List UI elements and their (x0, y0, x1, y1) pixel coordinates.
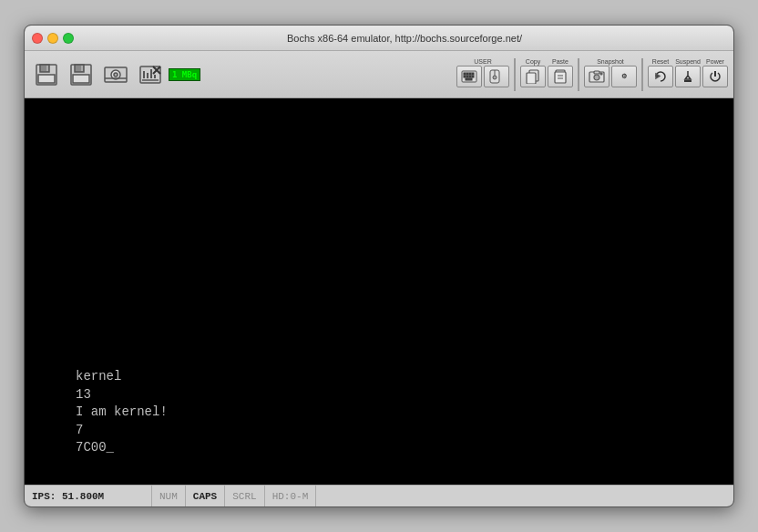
svg-point-40 (594, 75, 599, 80)
svg-rect-3 (38, 75, 55, 83)
toolbar-right: USER (456, 58, 728, 91)
svg-rect-25 (464, 76, 466, 77)
window-title: Bochs x86-64 emulator, http://bochs.sour… (83, 33, 726, 44)
divider3 (641, 58, 643, 91)
copy-button[interactable] (520, 66, 546, 87)
svg-rect-29 (466, 78, 472, 80)
cdrom-icon[interactable] (99, 58, 132, 91)
svg-rect-26 (466, 76, 468, 77)
statusbar: IPS: 51.800M NUM CAPS SCRL HD:0-M (25, 485, 733, 506)
emulator-screen[interactable]: kernel 13 I am kernel! 7 7C00_ (25, 98, 733, 485)
terminal-line-4: 7 (76, 422, 168, 440)
suspend-group: Suspend (675, 58, 701, 87)
maximize-button[interactable] (63, 33, 74, 44)
copy-group: Copy (520, 58, 546, 87)
paste-group: Paste (548, 58, 573, 87)
terminal-line-1: kernel (76, 368, 168, 386)
keyboard-button[interactable] (456, 66, 482, 87)
status-pad1 (316, 486, 733, 506)
terminal-output: kernel 13 I am kernel! 7 7C00_ (76, 368, 168, 457)
snapshot-label: Snapshot (597, 58, 624, 65)
svg-rect-28 (472, 76, 474, 77)
user-label: USER (474, 58, 491, 65)
svg-rect-22 (466, 73, 468, 75)
emulator-window: Bochs x86-64 emulator, http://bochs.sour… (24, 25, 734, 507)
traffic-lights (32, 33, 74, 44)
num-label: NUM (159, 491, 178, 502)
close-button[interactable] (32, 33, 43, 44)
memory-badge: 1 MBq (169, 68, 200, 81)
hd-label: HD:0-M (272, 491, 309, 502)
power-group: Power (702, 58, 728, 87)
reset-group: Reset (648, 58, 673, 87)
svg-rect-23 (469, 73, 471, 75)
minimize-button[interactable] (47, 33, 58, 44)
user-group: USER (456, 58, 509, 87)
divider2 (578, 58, 579, 91)
titlebar: Bochs x86-64 emulator, http://bochs.sour… (25, 26, 733, 51)
svg-point-10 (114, 73, 118, 77)
svg-rect-21 (464, 73, 466, 75)
toolbar: 1 MBq USER (25, 51, 733, 98)
power-label: Power (706, 58, 724, 65)
svg-rect-7 (73, 75, 89, 83)
config-button[interactable]: ⚙ (611, 66, 637, 87)
status-caps: CAPS (186, 486, 225, 506)
svg-rect-36 (555, 72, 566, 83)
svg-marker-43 (656, 74, 660, 78)
divider1 (514, 58, 516, 91)
floppy-b-icon[interactable] (65, 58, 97, 91)
status-scrl: SCRL (225, 486, 264, 506)
paste-label: Paste (552, 58, 568, 65)
terminal-line-3: I am kernel! (76, 404, 168, 422)
reset-button[interactable] (648, 66, 673, 87)
mouse-button[interactable] (484, 66, 509, 87)
status-num: NUM (152, 486, 186, 506)
svg-point-42 (600, 73, 602, 75)
svg-point-32 (493, 76, 497, 79)
caps-label: CAPS (193, 491, 217, 502)
network-icon[interactable] (134, 58, 167, 91)
copy-label: Copy (526, 58, 540, 65)
suspend-label: Suspend (675, 58, 701, 65)
svg-rect-34 (527, 73, 536, 84)
reset-label: Reset (652, 58, 669, 65)
svg-rect-2 (46, 66, 48, 71)
svg-rect-24 (472, 73, 474, 75)
scrl-label: SCRL (232, 491, 256, 502)
power-button[interactable] (702, 66, 728, 87)
suspend-button[interactable] (675, 66, 701, 87)
svg-rect-6 (81, 66, 83, 71)
status-hd: HD:0-M (265, 486, 317, 506)
svg-rect-27 (469, 76, 471, 77)
toolbar-left: 1 MBq (30, 58, 200, 91)
terminal-line-5: 7C00_ (76, 439, 168, 457)
terminal-line-2: 13 (76, 386, 168, 404)
ips-label: IPS: 51.800M (32, 491, 104, 502)
floppy-a-icon[interactable] (30, 58, 63, 91)
snapshot-button[interactable] (584, 66, 609, 87)
snapshot-group: Snapshot ⚙ (584, 58, 637, 87)
svg-rect-41 (594, 71, 599, 74)
paste-button[interactable] (548, 66, 573, 87)
status-ips: IPS: 51.800M (25, 486, 152, 506)
